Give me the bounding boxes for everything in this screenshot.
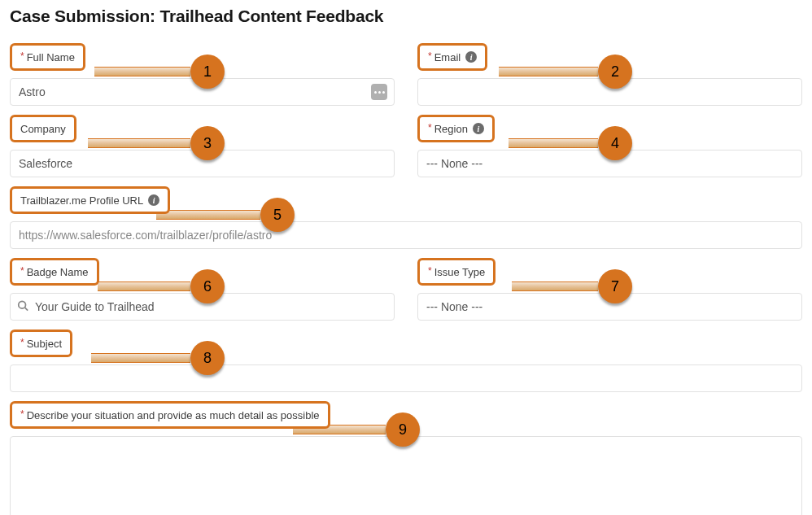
company-input[interactable]: Salesforce — [10, 150, 395, 177]
required-asterisk: * — [428, 265, 432, 277]
info-icon[interactable]: i — [465, 51, 477, 63]
label-text: Email — [434, 51, 461, 63]
input-value: Salesforce — [19, 157, 72, 170]
required-asterisk: * — [428, 122, 432, 133]
label-text: Issue Type — [434, 266, 486, 278]
required-asterisk: * — [20, 408, 24, 420]
input-value: Astro — [19, 85, 46, 98]
case-form: * Full Name 1 Astro * Email i — [10, 41, 802, 515]
label-text: Region — [434, 123, 468, 135]
region-label: * Region i — [417, 115, 495, 142]
profile-url-input[interactable]: https://www.salesforce.com/trailblazer/p… — [10, 221, 802, 249]
badge-name-input[interactable]: Your Guide to Trailhead — [10, 293, 395, 321]
select-value: --- None --- — [426, 157, 482, 170]
email-input[interactable] — [417, 78, 802, 106]
subject-input[interactable] — [10, 364, 802, 392]
issue-type-label: * Issue Type — [417, 258, 495, 286]
input-value: Your Guide to Trailhead — [35, 300, 155, 313]
label-text: Badge Name — [27, 266, 89, 278]
label-text: Full Name — [27, 51, 75, 63]
issue-type-select[interactable]: --- None --- — [417, 293, 802, 321]
info-icon[interactable]: i — [148, 194, 159, 206]
required-asterisk: * — [20, 337, 24, 348]
profile-url-label: Trailblazer.me Profile URL i — [10, 186, 170, 214]
required-asterisk: * — [428, 50, 432, 62]
label-text: Trailblazer.me Profile URL — [20, 194, 143, 207]
label-text: Subject — [27, 338, 62, 350]
full-name-label: * Full Name — [10, 43, 85, 71]
subject-label: * Subject — [10, 330, 72, 357]
svg-point-0 — [19, 301, 26, 308]
describe-label: * Describe your situation and provide as… — [10, 401, 330, 429]
required-asterisk: * — [20, 50, 24, 62]
badge-name-label: * Badge Name — [10, 258, 99, 286]
describe-textarea[interactable] — [10, 436, 802, 515]
label-text: Company — [20, 123, 66, 135]
input-value: https://www.salesforce.com/trailblazer/p… — [19, 229, 272, 242]
svg-line-1 — [25, 308, 28, 311]
region-select[interactable]: --- None --- — [417, 150, 802, 177]
autofill-icon[interactable] — [371, 84, 387, 100]
company-label: Company — [10, 115, 76, 142]
search-icon — [17, 300, 28, 314]
label-text: Describe your situation and provide as m… — [27, 409, 320, 421]
select-value: --- None --- — [426, 300, 482, 313]
info-icon[interactable]: i — [473, 123, 484, 134]
required-asterisk: * — [20, 265, 24, 277]
email-label: * Email i — [417, 43, 487, 71]
full-name-input[interactable]: Astro — [10, 78, 395, 106]
page-title: Case Submission: Trailhead Content Feedb… — [10, 7, 802, 26]
